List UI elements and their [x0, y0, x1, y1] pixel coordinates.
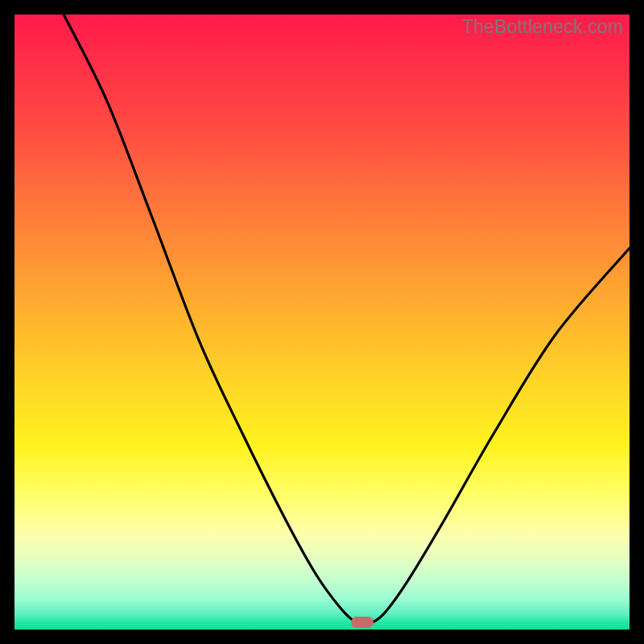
bottleneck-curve [14, 14, 630, 630]
watermark-text: TheBottleneck.com [462, 16, 623, 38]
optimal-marker [351, 617, 374, 628]
plot-area: TheBottleneck.com [14, 14, 630, 630]
chart-frame: TheBottleneck.com [0, 0, 644, 644]
